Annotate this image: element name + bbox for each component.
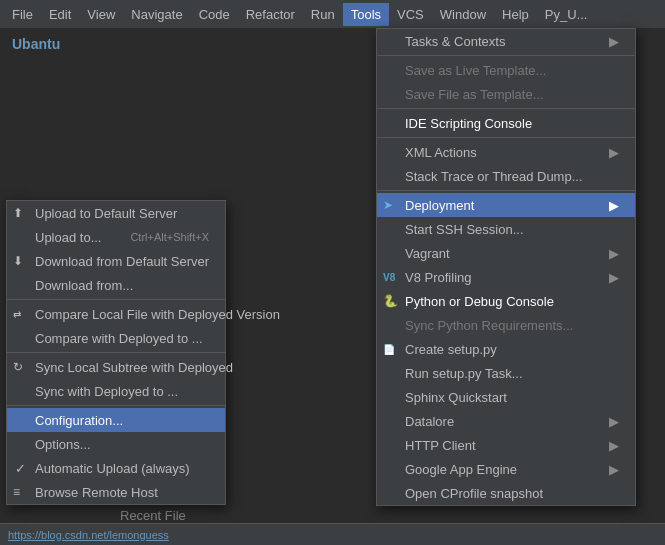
sync-icon: ↻ bbox=[13, 360, 23, 374]
sep-tools-2 bbox=[377, 108, 635, 109]
tasks-contexts-item[interactable]: Tasks & Contexts ▶ bbox=[377, 29, 635, 53]
python-icon: 🐍 bbox=[383, 294, 398, 308]
save-file-template-item[interactable]: Save File as Template... bbox=[377, 82, 635, 106]
separator-1 bbox=[7, 299, 225, 300]
python-console-item[interactable]: 🐍 Python or Debug Console bbox=[377, 289, 635, 313]
http-client-item[interactable]: HTTP Client ▶ bbox=[377, 433, 635, 457]
deployment-submenu: ⬆ Upload to Default Server Upload to... … bbox=[6, 200, 226, 505]
run-setup-item[interactable]: Run setup.py Task... bbox=[377, 361, 635, 385]
compare-deployed-item[interactable]: Compare with Deployed to ... bbox=[7, 326, 225, 350]
sep-tools-3 bbox=[377, 137, 635, 138]
download-default-item[interactable]: ⬇ Download from Default Server bbox=[7, 249, 225, 273]
deployment-item[interactable]: ➤ Deployment ▶ bbox=[377, 193, 635, 217]
download-from-item[interactable]: Download from... bbox=[7, 273, 225, 297]
auto-upload-item[interactable]: ✓ Automatic Upload (always) bbox=[7, 456, 225, 480]
stack-trace-item[interactable]: Stack Trace or Thread Dump... bbox=[377, 164, 635, 188]
menu-edit[interactable]: Edit bbox=[41, 3, 79, 26]
sync-deployed-item[interactable]: Sync with Deployed to ... bbox=[7, 379, 225, 403]
google-app-engine-item[interactable]: Google App Engine ▶ bbox=[377, 457, 635, 481]
statusbar-url[interactable]: https://blog.csdn.net/lemonguess bbox=[8, 529, 169, 541]
menu-file[interactable]: File bbox=[4, 3, 41, 26]
tasks-arrow-icon: ▶ bbox=[609, 34, 619, 49]
menu-vcs[interactable]: VCS bbox=[389, 3, 432, 26]
menu-code[interactable]: Code bbox=[191, 3, 238, 26]
datalore-arrow-icon: ▶ bbox=[609, 414, 619, 429]
download-icon: ⬇ bbox=[13, 254, 23, 268]
separator-2 bbox=[7, 352, 225, 353]
vagrant-arrow-icon: ▶ bbox=[609, 246, 619, 261]
recent-files-label: Recent File bbox=[120, 508, 186, 523]
gae-arrow-icon: ▶ bbox=[609, 462, 619, 477]
upload-to-item[interactable]: Upload to... Ctrl+Alt+Shift+X bbox=[7, 225, 225, 249]
save-live-template-item[interactable]: Save as Live Template... bbox=[377, 58, 635, 82]
separator-3 bbox=[7, 405, 225, 406]
deployment-icon: ➤ bbox=[383, 198, 393, 212]
sep-tools-4 bbox=[377, 190, 635, 191]
menubar: File Edit View Navigate Code Refactor Ru… bbox=[0, 0, 665, 28]
menu-navigate[interactable]: Navigate bbox=[123, 3, 190, 26]
sphinx-item[interactable]: Sphinx Quickstart bbox=[377, 385, 635, 409]
upload-to-shortcut: Ctrl+Alt+Shift+X bbox=[110, 231, 209, 243]
sync-python-item[interactable]: Sync Python Requirements... bbox=[377, 313, 635, 337]
cprofile-item[interactable]: Open CProfile snapshot bbox=[377, 481, 635, 505]
menu-tools[interactable]: Tools bbox=[343, 3, 389, 26]
create-setup-item[interactable]: 📄 Create setup.py bbox=[377, 337, 635, 361]
v8-icon: V8 bbox=[383, 272, 395, 283]
upload-default-item[interactable]: ⬆ Upload to Default Server bbox=[7, 201, 225, 225]
v8-arrow-icon: ▶ bbox=[609, 270, 619, 285]
start-ssh-item[interactable]: Start SSH Session... bbox=[377, 217, 635, 241]
setup-icon: 📄 bbox=[383, 344, 395, 355]
xml-arrow-icon: ▶ bbox=[609, 145, 619, 160]
xml-actions-item[interactable]: XML Actions ▶ bbox=[377, 140, 635, 164]
configuration-item[interactable]: Configuration... bbox=[7, 408, 225, 432]
ide-scripting-item[interactable]: IDE Scripting Console bbox=[377, 111, 635, 135]
http-arrow-icon: ▶ bbox=[609, 438, 619, 453]
check-icon: ✓ bbox=[15, 461, 26, 476]
compare-icon: ⇄ bbox=[13, 309, 21, 320]
menu-py[interactable]: Py_U... bbox=[537, 3, 596, 26]
datalore-item[interactable]: Datalore ▶ bbox=[377, 409, 635, 433]
upload-icon: ⬆ bbox=[13, 206, 23, 220]
browse-remote-item[interactable]: ≡ Browse Remote Host bbox=[7, 480, 225, 504]
v8-profiling-item[interactable]: V8 V8 Profiling ▶ bbox=[377, 265, 635, 289]
tools-dropdown: Tasks & Contexts ▶ Save as Live Template… bbox=[376, 28, 636, 506]
sync-local-item[interactable]: ↻ Sync Local Subtree with Deployed bbox=[7, 355, 225, 379]
browse-icon: ≡ bbox=[13, 485, 20, 499]
menu-window[interactable]: Window bbox=[432, 3, 494, 26]
sep-tools-1 bbox=[377, 55, 635, 56]
compare-local-item[interactable]: ⇄ Compare Local File with Deployed Versi… bbox=[7, 302, 225, 326]
statusbar: https://blog.csdn.net/lemonguess bbox=[0, 523, 665, 545]
deployment-arrow-icon: ▶ bbox=[609, 198, 619, 213]
menu-help[interactable]: Help bbox=[494, 3, 537, 26]
menu-run[interactable]: Run bbox=[303, 3, 343, 26]
options-item[interactable]: Options... bbox=[7, 432, 225, 456]
menu-refactor[interactable]: Refactor bbox=[238, 3, 303, 26]
menu-view[interactable]: View bbox=[79, 3, 123, 26]
vagrant-item[interactable]: Vagrant ▶ bbox=[377, 241, 635, 265]
